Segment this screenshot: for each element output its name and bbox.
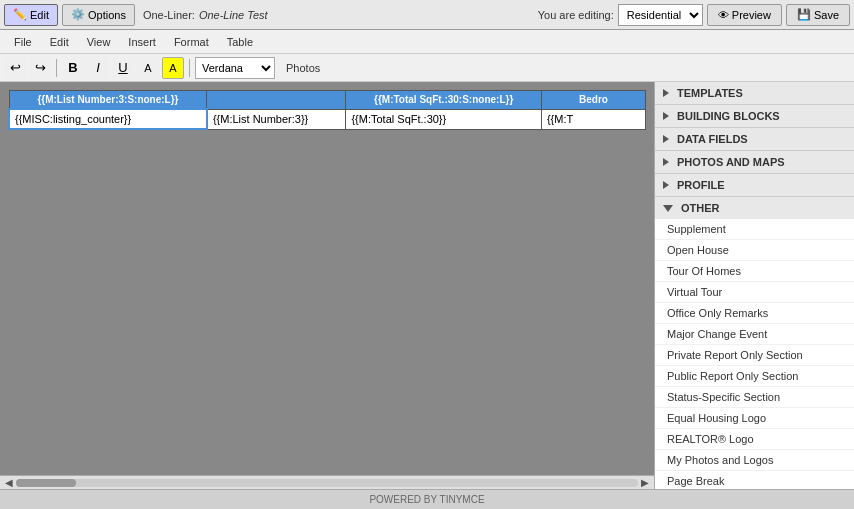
highlight-button[interactable]: A <box>162 57 184 79</box>
edit-icon: ✏️ <box>13 8 27 21</box>
editing-prefix: You are editing: <box>538 9 614 21</box>
other-header[interactable]: OTHER <box>655 197 854 219</box>
main-content: {{M:List Number:3:S:none:L}} {{M:Total S… <box>0 82 854 489</box>
other-item-page-break[interactable]: Page Break <box>655 471 854 489</box>
building-blocks-label: BUILDING BLOCKS <box>677 110 780 122</box>
editor-scrollbar[interactable]: ◀ ▶ <box>0 475 654 489</box>
options-button[interactable]: ⚙️ Options <box>62 4 135 26</box>
other-item-private-report[interactable]: Private Report Only Section <box>655 345 854 366</box>
options-label: Options <box>88 9 126 21</box>
table-header-row: {{M:List Number:3:S:none:L}} {{M:Total S… <box>9 91 646 110</box>
building-blocks-arrow <box>663 112 669 120</box>
font-select[interactable]: Verdana <box>195 57 275 79</box>
profile-section: PROFILE <box>655 174 854 197</box>
scroll-track[interactable] <box>16 479 638 487</box>
editor-table-container: {{M:List Number:3:S:none:L}} {{M:Total S… <box>0 82 654 138</box>
templates-arrow <box>663 89 669 97</box>
other-item-open-house[interactable]: Open House <box>655 240 854 261</box>
other-items-list: Supplement Open House Tour Of Homes Virt… <box>655 219 854 489</box>
data-fields-label: DATA FIELDS <box>677 133 748 145</box>
menu-format[interactable]: Format <box>166 34 217 50</box>
format-toolbar: ↩ ↪ B I U A A Verdana Photos <box>0 54 854 82</box>
photos-tab: Photos <box>286 62 320 74</box>
col-header-0: {{M:List Number:3:S:none:L}} <box>9 91 207 110</box>
templates-section: TEMPLATES <box>655 82 854 105</box>
photos-maps-header[interactable]: PHOTOS AND MAPS <box>655 151 854 173</box>
other-item-tour-of-homes[interactable]: Tour Of Homes <box>655 261 854 282</box>
editing-select[interactable]: Residential <box>618 4 703 26</box>
data-cell-3-text: {{M:T <box>547 113 573 125</box>
other-item-major-change-event[interactable]: Major Change Event <box>655 324 854 345</box>
options-icon: ⚙️ <box>71 8 85 21</box>
header-cell-3-text: Bedro <box>579 94 608 105</box>
font-color-button[interactable]: A <box>137 57 159 79</box>
menu-table[interactable]: Table <box>219 34 261 50</box>
edit-label: Edit <box>30 9 49 21</box>
menu-bar: File Edit View Insert Format Table <box>0 30 854 54</box>
preview-icon: 👁 <box>718 9 729 21</box>
bold-button[interactable]: B <box>62 57 84 79</box>
table-data-row: {{MISC:listing_counter}} {{M:List Number… <box>9 109 646 129</box>
underline-button[interactable]: U <box>112 57 134 79</box>
other-item-office-only-remarks[interactable]: Office Only Remarks <box>655 303 854 324</box>
save-button[interactable]: 💾 Save <box>786 4 850 26</box>
profile-header[interactable]: PROFILE <box>655 174 854 196</box>
preview-button[interactable]: 👁 Preview <box>707 4 782 26</box>
menu-edit[interactable]: Edit <box>42 34 77 50</box>
other-item-supplement[interactable]: Supplement <box>655 219 854 240</box>
separator-1 <box>56 59 57 77</box>
data-fields-arrow <box>663 135 669 143</box>
status-text: POWERED BY TINYMCE <box>369 494 484 505</box>
photos-maps-arrow <box>663 158 669 166</box>
col-header-3: Bedro <box>541 91 645 110</box>
data-cell-1[interactable]: {{M:List Number:3}} <box>207 109 346 129</box>
save-icon: 💾 <box>797 8 811 21</box>
profile-label: PROFILE <box>677 179 725 191</box>
editor-table: {{M:List Number:3:S:none:L}} {{M:Total S… <box>8 90 646 130</box>
data-cell-0[interactable]: {{MISC:listing_counter}} <box>9 109 207 129</box>
other-item-status-specific[interactable]: Status-Specific Section <box>655 387 854 408</box>
data-cell-2[interactable]: {{M:Total SqFt.:30}} <box>346 109 541 129</box>
data-fields-header[interactable]: DATA FIELDS <box>655 128 854 150</box>
building-blocks-section: BUILDING BLOCKS <box>655 105 854 128</box>
status-bar: POWERED BY TINYMCE <box>0 489 854 509</box>
building-blocks-header[interactable]: BUILDING BLOCKS <box>655 105 854 127</box>
menu-view[interactable]: View <box>79 34 119 50</box>
other-label: OTHER <box>681 202 720 214</box>
other-item-public-report[interactable]: Public Report Only Section <box>655 366 854 387</box>
other-item-my-photos[interactable]: My Photos and Logos <box>655 450 854 471</box>
separator-2 <box>189 59 190 77</box>
col-header-2: {{M:Total SqFt.:30:S:none:L}} <box>346 91 541 110</box>
undo-button[interactable]: ↩ <box>4 57 26 79</box>
other-arrow <box>663 205 673 212</box>
header-cell-2-text: {{M:Total SqFt.:30:S:none:L}} <box>374 94 513 105</box>
preview-label: Preview <box>732 9 771 21</box>
data-fields-section: DATA FIELDS <box>655 128 854 151</box>
other-item-equal-housing[interactable]: Equal Housing Logo <box>655 408 854 429</box>
templates-label: TEMPLATES <box>677 87 743 99</box>
menu-file[interactable]: File <box>6 34 40 50</box>
data-cell-2-text: {{M:Total SqFt.:30}} <box>351 113 446 125</box>
save-label: Save <box>814 9 839 21</box>
data-cell-1-text: {{M:List Number:3}} <box>213 113 308 125</box>
menu-insert[interactable]: Insert <box>120 34 164 50</box>
scroll-left-arrow[interactable]: ◀ <box>2 476 16 490</box>
redo-button[interactable]: ↪ <box>29 57 51 79</box>
right-panel: TEMPLATES BUILDING BLOCKS DATA FIELDS PH… <box>654 82 854 489</box>
editor-area[interactable]: {{M:List Number:3:S:none:L}} {{M:Total S… <box>0 82 654 489</box>
header-cell-0-text: {{M:List Number:3:S:none:L}} <box>37 94 178 105</box>
templates-header[interactable]: TEMPLATES <box>655 82 854 104</box>
one-liner-prefix: One-Liner: <box>143 9 195 21</box>
scroll-right-arrow[interactable]: ▶ <box>638 476 652 490</box>
edit-button[interactable]: ✏️ Edit <box>4 4 58 26</box>
scroll-thumb[interactable] <box>16 479 76 487</box>
other-item-realtor-logo[interactable]: REALTOR® Logo <box>655 429 854 450</box>
data-cell-0-text: {{MISC:listing_counter}} <box>15 113 131 125</box>
other-item-virtual-tour[interactable]: Virtual Tour <box>655 282 854 303</box>
col-header-1 <box>207 91 346 110</box>
other-section: OTHER Supplement Open House Tour Of Home… <box>655 197 854 489</box>
profile-arrow <box>663 181 669 189</box>
data-cell-3[interactable]: {{M:T <box>541 109 645 129</box>
photos-maps-section: PHOTOS AND MAPS <box>655 151 854 174</box>
italic-button[interactable]: I <box>87 57 109 79</box>
